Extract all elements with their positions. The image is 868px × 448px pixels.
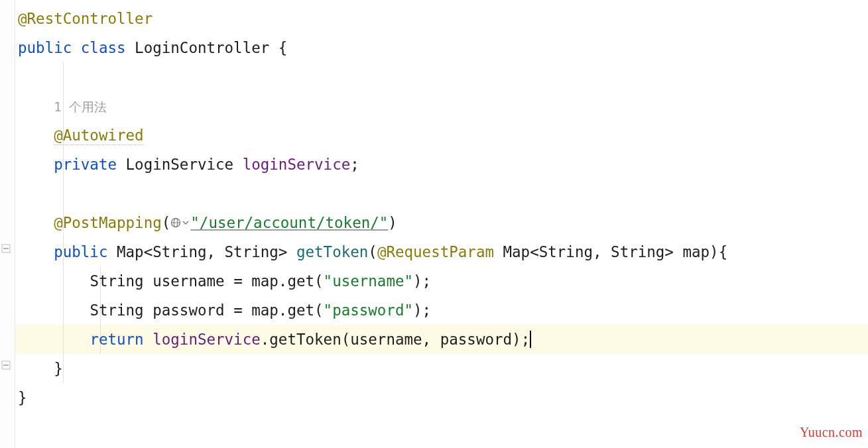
watermark: Yuucn.com: [800, 425, 863, 440]
code-line[interactable]: public Map<String, String> getToken(@Req…: [18, 237, 727, 266]
punct: (: [162, 214, 171, 231]
punct: ;: [422, 302, 432, 319]
gutter: [0, 0, 15, 448]
keyword: public: [54, 243, 107, 260]
var: username: [153, 272, 224, 290]
annotation: @RequestParam: [377, 243, 494, 260]
code-line[interactable]: }: [18, 354, 727, 383]
arg: username: [350, 331, 422, 348]
class-name: LoginController: [135, 39, 269, 56]
annotation: @RestController: [18, 10, 153, 27]
punct: ): [710, 243, 719, 260]
code-line[interactable]: public class LoginController {: [18, 33, 727, 62]
punct: }: [54, 360, 63, 377]
punct: ): [512, 331, 521, 348]
code-line[interactable]: [18, 179, 727, 208]
method-call: get: [287, 272, 314, 290]
code-line[interactable]: String password = map.get("password");: [18, 296, 727, 325]
keyword: private: [54, 156, 117, 173]
punct: {: [279, 39, 288, 56]
op: =: [233, 302, 243, 319]
punct: .: [279, 302, 288, 319]
type: String: [90, 302, 143, 319]
var: map: [251, 302, 279, 319]
fold-close-icon[interactable]: [1, 361, 11, 370]
code-line[interactable]: String username = map.get("username");: [18, 266, 727, 296]
code-line[interactable]: @Autowired: [18, 121, 727, 150]
keyword: public: [18, 39, 72, 56]
code-editor[interactable]: @RestController public class LoginContro…: [0, 0, 868, 448]
text-caret: [530, 331, 531, 348]
code-line[interactable]: }: [18, 383, 727, 412]
punct: .: [261, 331, 270, 348]
code-line[interactable]: 1 个用法: [18, 91, 727, 121]
param: map: [682, 243, 710, 260]
arg: password: [440, 331, 512, 348]
type: String: [90, 272, 143, 290]
method-name: getToken: [296, 243, 368, 260]
var: password: [153, 302, 224, 319]
var: map: [251, 272, 279, 290]
mapping-url[interactable]: "/user/account/token/": [190, 214, 388, 231]
punct: .: [279, 272, 288, 290]
punct: }: [18, 389, 27, 406]
code-line[interactable]: private LoginService loginService;: [18, 150, 727, 179]
code-line-active[interactable]: return loginService.getToken(username, p…: [18, 325, 727, 354]
keyword: class: [81, 39, 126, 56]
punct: (: [314, 272, 324, 290]
punct: ;: [350, 156, 359, 173]
annotation: @PostMapping: [54, 214, 162, 231]
code-area[interactable]: @RestController public class LoginContro…: [15, 0, 727, 448]
method-call: get: [287, 302, 314, 319]
punct: ;: [422, 272, 432, 290]
punct: ): [413, 272, 422, 290]
fold-open-icon[interactable]: [1, 244, 11, 253]
keyword: return: [90, 331, 143, 348]
punct: (: [341, 331, 351, 348]
type: Map<String, String>: [117, 243, 287, 260]
op: =: [233, 272, 243, 290]
field: loginService: [153, 331, 261, 348]
code-line[interactable]: @PostMapping("/user/account/token/"): [18, 208, 727, 237]
punct: ;: [521, 331, 530, 348]
type: Map<String, String>: [503, 243, 674, 260]
punct: (: [368, 243, 377, 260]
chevron-down-icon[interactable]: [182, 219, 189, 226]
field: loginService: [243, 156, 351, 173]
string: "password": [324, 302, 413, 319]
type: LoginService: [126, 156, 234, 173]
code-line[interactable]: @RestController: [18, 4, 727, 33]
inlay-hint-usages[interactable]: 1 个用法: [54, 99, 107, 114]
punct: (: [314, 302, 324, 319]
punct: ): [388, 214, 397, 231]
method-call: getToken: [269, 331, 341, 348]
code-line[interactable]: [18, 62, 727, 91]
punct: ): [413, 302, 422, 319]
annotation: @Autowired: [54, 127, 143, 145]
web-request-icon[interactable]: [170, 217, 181, 228]
string: "username": [324, 272, 413, 290]
punct: {: [719, 243, 728, 260]
punct: ,: [422, 331, 432, 348]
